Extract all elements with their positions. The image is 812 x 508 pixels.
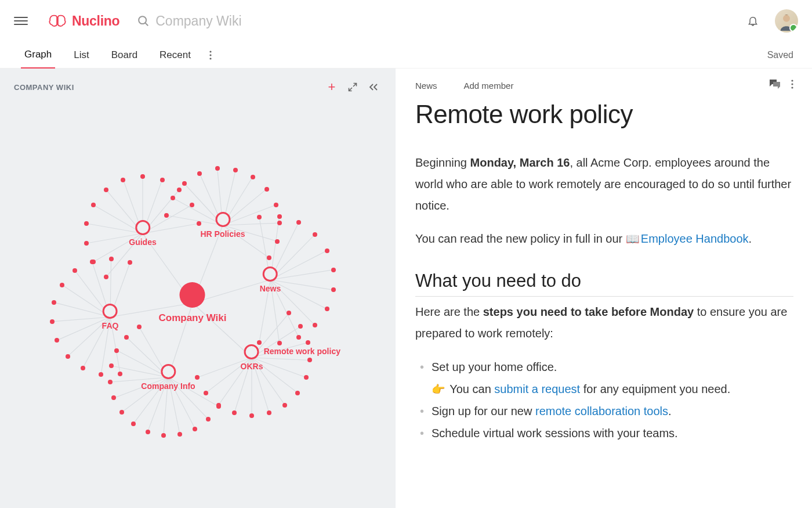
- graph-leaf[interactable]: [296, 220, 301, 225]
- graph-leaf[interactable]: [111, 395, 116, 400]
- graph-leaf[interactable]: [216, 404, 221, 409]
- graph-leaf[interactable]: [182, 181, 187, 186]
- graph-leaf[interactable]: [84, 241, 89, 246]
- graph-leaf[interactable]: [287, 311, 291, 315]
- graph-leaf[interactable]: [177, 188, 182, 192]
- add-item-button[interactable]: +: [324, 79, 340, 95]
- collapse-icon[interactable]: [365, 79, 382, 95]
- graph-leaf[interactable]: [55, 338, 59, 343]
- graph-node-faq[interactable]: FAQ: [102, 304, 119, 330]
- graph-leaf[interactable]: [84, 221, 89, 226]
- search-input[interactable]: [155, 13, 747, 29]
- menu-button[interactable]: [14, 14, 28, 28]
- graph-leaf[interactable]: [325, 307, 329, 311]
- doc-more-icon[interactable]: [791, 80, 793, 91]
- graph-leaf[interactable]: [313, 323, 317, 327]
- graph-leaf[interactable]: [137, 325, 142, 329]
- graph-leaf[interactable]: [313, 232, 317, 237]
- expand-icon[interactable]: [345, 79, 361, 95]
- graph-leaf[interactable]: [121, 178, 125, 182]
- graph-leaf[interactable]: [104, 188, 108, 192]
- graph-leaf[interactable]: [264, 187, 269, 192]
- graph-leaf[interactable]: [277, 341, 282, 345]
- graph-leaf[interactable]: [325, 248, 329, 253]
- tabs-more-icon[interactable]: [209, 51, 212, 60]
- graph-leaf[interactable]: [109, 363, 114, 368]
- graph-leaf[interactable]: [331, 287, 336, 292]
- graph-leaf[interactable]: [60, 283, 64, 287]
- graph-leaf[interactable]: [298, 324, 303, 329]
- breadcrumb-item[interactable]: Add member: [464, 81, 514, 91]
- graph-leaf[interactable]: [124, 335, 129, 340]
- graph-node-cinfo[interactable]: Company Info: [141, 364, 195, 391]
- graph-leaf[interactable]: [140, 174, 145, 179]
- graph-leaf[interactable]: [233, 168, 238, 172]
- graph-leaf[interactable]: [296, 335, 301, 340]
- graph-leaf[interactable]: [99, 372, 103, 377]
- graph-leaf[interactable]: [160, 178, 165, 182]
- graph-leaf[interactable]: [251, 175, 255, 179]
- graph-leaf[interactable]: [193, 427, 197, 431]
- graph-leaf[interactable]: [72, 268, 77, 273]
- breadcrumb-item[interactable]: News: [415, 81, 437, 91]
- graph-leaf[interactable]: [50, 319, 55, 324]
- graph-leaf[interactable]: [306, 340, 310, 345]
- graph-node-guides[interactable]: Guides: [129, 220, 156, 247]
- graph-leaf[interactable]: [206, 417, 211, 421]
- graph-leaf[interactable]: [52, 300, 56, 305]
- graph-leaf[interactable]: [277, 214, 282, 219]
- graph-leaf[interactable]: [108, 380, 113, 384]
- graph-leaf[interactable]: [146, 430, 150, 434]
- graph-node-news[interactable]: News: [260, 266, 281, 293]
- graph-leaf[interactable]: [307, 358, 312, 362]
- graph-leaf[interactable]: [195, 375, 200, 380]
- graph-leaf[interactable]: [164, 213, 169, 218]
- graph-leaf[interactable]: [267, 410, 271, 415]
- graph-leaf[interactable]: [295, 391, 300, 395]
- graph-leaf[interactable]: [171, 196, 175, 200]
- graph-leaf[interactable]: [81, 366, 85, 370]
- graph-leaf-label[interactable]: Remote work policy: [264, 344, 340, 356]
- graph-leaf[interactable]: [131, 421, 136, 426]
- comments-icon[interactable]: [769, 79, 781, 92]
- graph-leaf[interactable]: [277, 221, 282, 225]
- collab-tools-link[interactable]: remote collaboration tools: [535, 405, 668, 417]
- graph-leaf[interactable]: [274, 203, 278, 207]
- graph-leaf[interactable]: [249, 413, 254, 418]
- logo[interactable]: Nuclino: [48, 13, 119, 29]
- graph-leaf[interactable]: [232, 410, 237, 415]
- employee-handbook-link[interactable]: Employee Handbook: [641, 232, 749, 245]
- graph-leaf[interactable]: [66, 354, 70, 359]
- graph-leaf[interactable]: [161, 433, 166, 438]
- tab-list[interactable]: List: [70, 42, 92, 69]
- avatar[interactable]: [775, 9, 798, 33]
- graph-leaf[interactable]: [275, 239, 280, 244]
- graph-leaf[interactable]: [267, 255, 271, 260]
- graph-canvas[interactable]: Remote work policyCompany WikiGuidesHR P…: [0, 101, 396, 508]
- tab-graph[interactable]: Graph: [21, 42, 55, 69]
- graph-leaf[interactable]: [177, 432, 182, 437]
- graph-leaf[interactable]: [114, 348, 119, 353]
- tab-board[interactable]: Board: [108, 42, 141, 69]
- graph-leaf[interactable]: [197, 171, 202, 176]
- graph-node-hr[interactable]: HR Policies: [200, 212, 245, 239]
- graph-leaf[interactable]: [204, 391, 208, 395]
- graph-node-okrs[interactable]: OKRs: [241, 344, 263, 371]
- graph-leaf[interactable]: [91, 203, 96, 207]
- graph-leaf[interactable]: [128, 260, 132, 265]
- graph-leaf[interactable]: [90, 260, 95, 264]
- graph-leaf[interactable]: [257, 215, 262, 219]
- graph-leaf[interactable]: [215, 166, 220, 171]
- submit-request-link[interactable]: submit a request: [494, 383, 580, 395]
- bell-icon[interactable]: [747, 15, 759, 27]
- graph-leaf[interactable]: [304, 375, 309, 380]
- graph-leaf[interactable]: [119, 410, 124, 415]
- graph-leaf[interactable]: [331, 268, 336, 272]
- graph-leaf[interactable]: [104, 275, 108, 279]
- graph-leaf[interactable]: [118, 372, 122, 376]
- graph-node-center[interactable]: Company Wiki: [159, 282, 227, 324]
- tab-recent[interactable]: Recent: [156, 42, 194, 69]
- graph-leaf[interactable]: [190, 203, 194, 207]
- graph-leaf[interactable]: [282, 403, 287, 408]
- graph-leaf[interactable]: [109, 257, 114, 261]
